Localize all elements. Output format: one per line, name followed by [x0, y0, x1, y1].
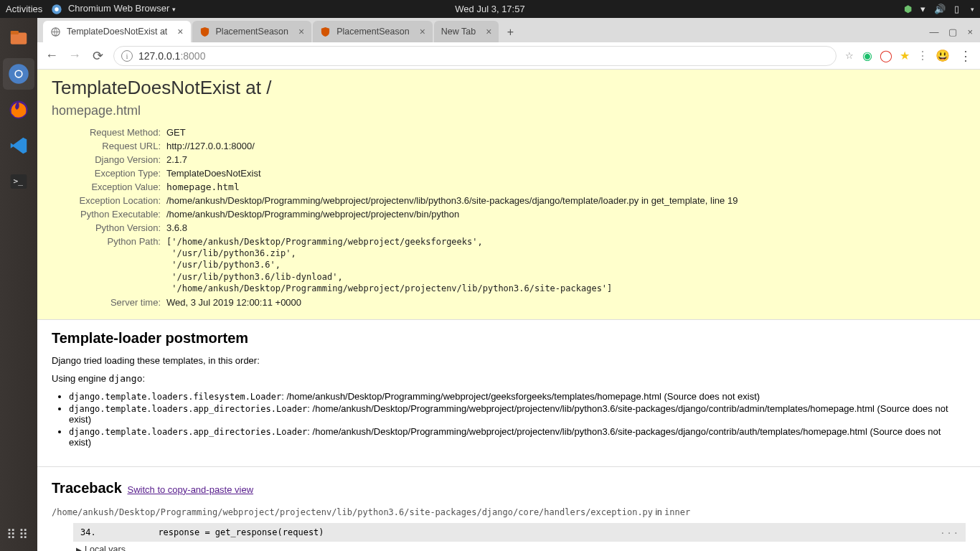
ext-icon-2[interactable]: ◯: [880, 49, 892, 62]
ext-icon-1[interactable]: ◉: [862, 49, 872, 62]
chromium-app-icon[interactable]: [3, 58, 34, 90]
tab-2[interactable]: PlacementSeason ×: [313, 21, 433, 42]
activities-button[interactable]: Activities: [6, 4, 42, 14]
terminal-app-icon[interactable]: >_: [3, 166, 34, 197]
tab-0[interactable]: TemplateDoesNotExist at ×: [43, 21, 191, 42]
error-heading: TemplateDoesNotExist at /: [52, 77, 966, 99]
postmortem-section: Template-loader postmortem Django tried …: [37, 320, 980, 459]
star-icon[interactable]: ☆: [845, 50, 854, 61]
chromium-icon: [51, 4, 62, 15]
ext-icon-5[interactable]: 😃: [936, 49, 950, 62]
loader-item: django.template.loaders.app_directories.…: [69, 403, 966, 425]
minimize-button[interactable]: —: [929, 27, 938, 37]
loader-list: django.template.loaders.filesystem.Loade…: [52, 391, 966, 448]
svg-text:>_: >_: [14, 176, 24, 186]
chevron-down-icon: ▾: [971, 6, 974, 13]
browser-toolbar: ← → ⟳ i 127.0.0.1:8000 ☆ ◉ ◯ ★ ⋮ 😃 ⋮: [37, 42, 980, 70]
expand-icon[interactable]: ...: [940, 526, 960, 536]
svg-point-1: [55, 7, 59, 11]
shield-favicon-icon: [199, 27, 210, 37]
code-line[interactable]: 34. response = get_response(request)...: [73, 523, 966, 542]
triangle-right-icon: ▶: [76, 546, 82, 551]
extensions: ◉ ◯ ★ ⋮ 😃: [862, 49, 950, 62]
gnome-topbar: Activities Chromium Web Browser▾ Wed Jul…: [0, 0, 980, 18]
maximize-button[interactable]: ▢: [948, 27, 957, 37]
reload-button[interactable]: ⟳: [90, 48, 105, 64]
volume-icon[interactable]: 🔊: [934, 4, 946, 14]
tab-1[interactable]: PlacementSeason ×: [192, 21, 312, 42]
show-apps-icon[interactable]: ⠿⠿: [0, 527, 37, 542]
battery-icon[interactable]: ▯: [954, 4, 959, 14]
clock[interactable]: Wed Jul 3, 17:57: [455, 4, 524, 14]
app-menu[interactable]: Chromium Web Browser▾: [51, 3, 176, 15]
traceback-frame: /home/ankush/Desktop/Programming/webproj…: [52, 507, 966, 551]
traceback-section: Traceback Switch to copy-and-paste view …: [37, 474, 980, 551]
close-window-button[interactable]: ×: [967, 27, 973, 37]
globe-icon: [50, 27, 61, 37]
tab-strip: TemplateDoesNotExist at × PlacementSeaso…: [37, 18, 980, 42]
error-summary: TemplateDoesNotExist at / homepage.html …: [37, 70, 980, 320]
chevron-down-icon: ▾: [172, 6, 176, 13]
wifi-icon[interactable]: ▾: [920, 4, 925, 14]
shield-icon[interactable]: ⬢: [904, 4, 912, 14]
error-meta-table: Request Method:GET Request URL:http://12…: [52, 126, 738, 309]
back-button[interactable]: ←: [44, 48, 59, 63]
shield-favicon-icon: [320, 27, 331, 37]
close-icon[interactable]: ×: [177, 26, 183, 37]
vscode-app-icon[interactable]: [3, 130, 34, 161]
browser-window: TemplateDoesNotExist at × PlacementSeaso…: [37, 18, 980, 551]
tab-3[interactable]: New Tab ×: [434, 21, 499, 42]
ubuntu-dock: >_ ⠿⠿: [0, 18, 37, 551]
menu-button[interactable]: ⋮: [958, 48, 973, 64]
site-info-icon[interactable]: i: [121, 50, 133, 62]
ext-icon-4[interactable]: ⋮: [917, 49, 928, 62]
loader-item: django.template.loaders.filesystem.Loade…: [69, 391, 966, 402]
close-icon[interactable]: ×: [486, 26, 491, 37]
traceback-heading: Traceback: [52, 480, 122, 496]
postmortem-heading: Template-loader postmortem: [52, 330, 966, 347]
new-tab-button[interactable]: +: [500, 22, 520, 42]
switch-view-link[interactable]: Switch to copy-and-paste view: [127, 484, 253, 495]
page-content[interactable]: TemplateDoesNotExist at / homepage.html …: [37, 70, 980, 551]
files-app-icon[interactable]: [3, 22, 34, 54]
local-vars-toggle[interactable]: ▶Local vars: [76, 545, 966, 551]
close-icon[interactable]: ×: [420, 26, 425, 37]
loader-item: django.template.loaders.app_directories.…: [69, 426, 966, 448]
ext-icon-3[interactable]: ★: [900, 49, 910, 62]
address-bar[interactable]: i 127.0.0.1:8000: [113, 46, 837, 66]
close-icon[interactable]: ×: [298, 26, 304, 37]
svg-rect-3: [11, 31, 19, 34]
forward-button: →: [67, 48, 82, 63]
error-sub: homepage.html: [52, 103, 966, 118]
svg-point-6: [16, 71, 22, 77]
firefox-app-icon[interactable]: [3, 94, 34, 126]
